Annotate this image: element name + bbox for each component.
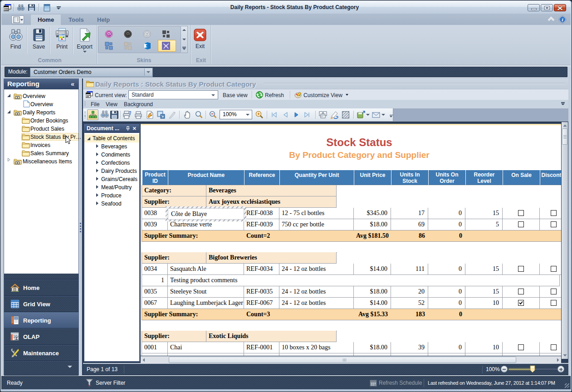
svg-text:Σ: Σ [15,336,18,341]
svg-text:7: 7 [146,32,148,37]
svg-text:G: G [107,32,110,37]
svg-text:?: ? [129,111,131,116]
svg-text:G: G [126,32,129,37]
